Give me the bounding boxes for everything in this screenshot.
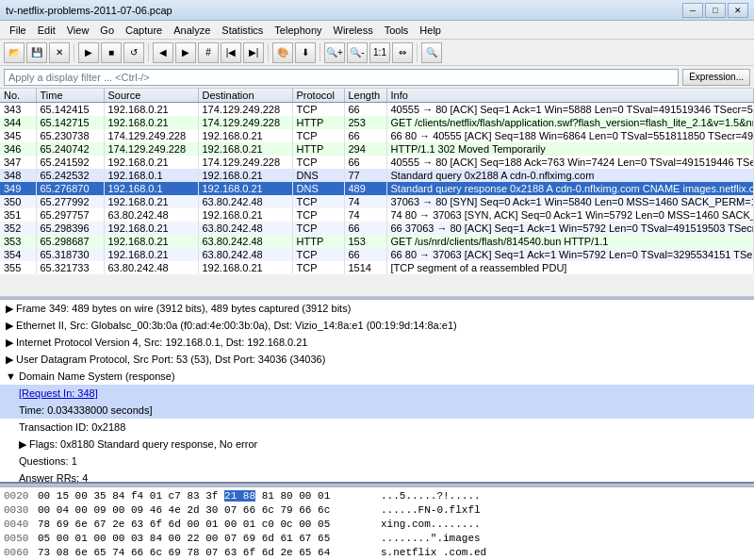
cell-time: 65.242532 xyxy=(36,169,104,182)
table-row[interactable]: 34465.142715192.168.0.21174.129.249.228H… xyxy=(0,116,754,129)
packet-list[interactable]: No. Time Source Destination Protocol Len… xyxy=(0,89,754,296)
table-header: No. Time Source Destination Protocol Len… xyxy=(0,89,754,103)
table-row[interactable]: 34565.230738174.129.249.228192.168.0.21T… xyxy=(0,129,754,142)
detail-item-time_val[interactable]: Time: 0.034338000 seconds] xyxy=(0,402,754,419)
menu-item-help[interactable]: Help xyxy=(414,23,447,38)
packet-detail[interactable]: ▶ Frame 349: 489 bytes on wire (3912 bit… xyxy=(0,300,754,484)
detail-item-flags[interactable]: ▶ Flags: 0x8180 Standard query response,… xyxy=(0,436,754,453)
detail-text: [Request In: 348] xyxy=(19,387,98,399)
cell-time: 65.297757 xyxy=(36,208,104,222)
detail-text: User Datagram Protocol, Src Port: 53 (53… xyxy=(16,354,325,365)
hex-row[interactable]: 003000 04 00 09 00 09 46 4e 2d 30 07 66 … xyxy=(4,503,750,518)
cell-dst: 174.129.249.228 xyxy=(198,103,292,117)
col-header-no[interactable]: No. xyxy=(0,89,36,103)
cell-src: 174.129.249.228 xyxy=(104,142,198,156)
table-row[interactable]: 35265.298396192.168.0.2163.80.242.48TCP6… xyxy=(0,222,754,235)
stop-capture-button[interactable]: ■ xyxy=(101,42,122,63)
cell-time: 65.230738 xyxy=(36,129,104,142)
menu-item-capture[interactable]: Capture xyxy=(120,23,168,38)
zoom-in-button[interactable]: 🔍+ xyxy=(324,42,345,63)
resize-columns-button[interactable]: ⇔ xyxy=(392,42,413,63)
cell-dst: 63.80.242.48 xyxy=(198,235,292,248)
close-button[interactable]: ✕ xyxy=(728,3,748,18)
cell-src: 192.168.0.21 xyxy=(104,222,198,235)
zoom-out-button[interactable]: 🔍- xyxy=(347,42,368,63)
hex-dump[interactable]: 002000 15 00 35 84 f4 01 c7 83 3f 21 88 … xyxy=(0,487,754,560)
cell-no: 355 xyxy=(0,261,36,274)
menu-item-wireless[interactable]: Wireless xyxy=(328,23,379,38)
detail-item-frame[interactable]: ▶ Frame 349: 489 bytes on wire (3912 bit… xyxy=(0,300,754,317)
autoscroll-button[interactable]: ⬇ xyxy=(295,42,316,63)
table-row[interactable]: 35065.277992192.168.0.2163.80.242.48TCP7… xyxy=(0,195,754,208)
menu-item-view[interactable]: View xyxy=(61,23,95,38)
cell-no: 347 xyxy=(0,156,36,169)
col-header-protocol[interactable]: Protocol xyxy=(292,89,344,103)
cell-proto: HTTP xyxy=(292,235,344,248)
go-to-packet-button[interactable]: # xyxy=(198,42,219,63)
cell-proto: TCP xyxy=(292,103,344,117)
table-row[interactable]: 34765.241592192.168.0.21174.129.249.228T… xyxy=(0,156,754,169)
cell-src: 63.80.242.48 xyxy=(104,208,198,222)
menu-item-tools[interactable]: Tools xyxy=(379,23,415,38)
close-capture-button[interactable]: ✕ xyxy=(49,42,70,63)
hex-row[interactable]: 005005 00 01 00 00 03 84 00 22 00 07 69 … xyxy=(4,532,750,546)
detail-item-req[interactable]: [Request In: 348] xyxy=(0,385,754,402)
detail-item-eth[interactable]: ▶ Ethernet II, Src: Globalsc_00:3b:0a (f… xyxy=(0,317,754,334)
table-row[interactable]: 34965.276870192.168.0.1192.168.0.21DNS48… xyxy=(0,182,754,195)
menu-item-file[interactable]: File xyxy=(4,23,32,38)
go-forward-button[interactable]: ▶ xyxy=(175,42,196,63)
restart-capture-button[interactable]: ↺ xyxy=(123,42,144,63)
filter-input[interactable] xyxy=(4,69,679,86)
maximize-button[interactable]: □ xyxy=(705,3,726,18)
save-button[interactable]: 💾 xyxy=(26,42,47,63)
menu-item-telephony[interactable]: Telephony xyxy=(269,23,327,38)
go-last-button[interactable]: ▶| xyxy=(243,42,264,63)
open-button[interactable]: 📂 xyxy=(4,42,25,63)
go-first-button[interactable]: |◀ xyxy=(221,42,241,63)
colorize-button[interactable]: 🎨 xyxy=(272,42,293,63)
table-row[interactable]: 35565.32173363.80.242.48192.168.0.21TCP1… xyxy=(0,261,754,274)
hex-row[interactable]: 004078 69 6e 67 2e 63 6f 6d 00 01 00 01 … xyxy=(4,518,750,532)
col-header-source[interactable]: Source xyxy=(104,89,198,103)
detail-text: Ethernet II, Src: Globalsc_00:3b:0a (f0:… xyxy=(16,320,457,331)
detail-item-answerRRs[interactable]: Answer RRs: 4 xyxy=(0,469,754,484)
cell-len: 66 xyxy=(344,156,386,169)
menu-item-statistics[interactable]: Statistics xyxy=(216,23,269,38)
table-row[interactable]: 35365.298687192.168.0.2163.80.242.48HTTP… xyxy=(0,235,754,248)
detail-item-txid[interactable]: Transaction ID: 0x2188 xyxy=(0,419,754,436)
cell-src: 192.168.0.21 xyxy=(104,156,198,169)
table-row[interactable]: 35465.318730192.168.0.2163.80.242.48TCP6… xyxy=(0,248,754,261)
table-row[interactable]: 34865.242532192.168.0.1192.168.0.21DNS77… xyxy=(0,169,754,182)
hex-ascii: ...5.....?!..... xyxy=(381,489,481,503)
cell-len: 77 xyxy=(344,169,386,182)
hex-row[interactable]: 002000 15 00 35 84 f4 01 c7 83 3f 21 88 … xyxy=(4,489,750,503)
detail-item-ip[interactable]: ▶ Internet Protocol Version 4, Src: 192.… xyxy=(0,334,754,351)
col-header-destination[interactable]: Destination xyxy=(198,89,292,103)
expand-arrow: ▼ xyxy=(6,371,19,382)
menu-item-edit[interactable]: Edit xyxy=(32,23,61,38)
menu-item-analyze[interactable]: Analyze xyxy=(168,23,216,38)
detail-item-udp[interactable]: ▶ User Datagram Protocol, Src Port: 53 (… xyxy=(0,351,754,368)
detail-text: Internet Protocol Version 4, Src: 192.16… xyxy=(16,337,307,348)
detail-item-questions[interactable]: Questions: 1 xyxy=(0,453,754,469)
hex-ascii: s.netflix .com.ed xyxy=(381,546,486,560)
detail-item-dns[interactable]: ▼ Domain Name System (response) xyxy=(0,368,754,385)
col-header-info[interactable]: Info xyxy=(386,89,754,103)
start-capture-button[interactable]: ▶ xyxy=(78,42,99,63)
table-row[interactable]: 34365.142415192.168.0.21174.129.249.228T… xyxy=(0,103,754,117)
table-row[interactable]: 35165.29775763.80.242.48192.168.0.21TCP7… xyxy=(0,208,754,222)
zoom-normal-button[interactable]: 1:1 xyxy=(369,42,390,63)
hex-row[interactable]: 006073 08 6e 65 74 66 6c 69 78 07 63 6f … xyxy=(4,546,750,560)
hex-bytes: 78 69 6e 67 2e 63 6f 6d 00 01 00 01 c0 0… xyxy=(38,518,377,532)
find-button[interactable]: 🔍 xyxy=(421,42,442,63)
table-row[interactable]: 34665.240742174.129.249.228192.168.0.21H… xyxy=(0,142,754,156)
menu-item-go[interactable]: Go xyxy=(94,23,120,38)
cell-proto: TCP xyxy=(292,156,344,169)
cell-proto: TCP xyxy=(292,208,344,222)
go-back-button[interactable]: ◀ xyxy=(153,42,173,63)
expression-button[interactable]: Expression... xyxy=(682,69,750,86)
cell-time: 65.240742 xyxy=(36,142,104,156)
col-header-time[interactable]: Time xyxy=(36,89,104,103)
col-header-length[interactable]: Length xyxy=(344,89,386,103)
minimize-button[interactable]: ─ xyxy=(682,3,703,18)
